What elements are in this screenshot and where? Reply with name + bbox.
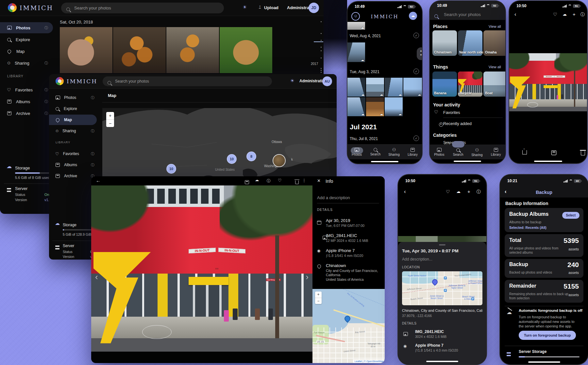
location-map[interactable]: Hyde Street Harbor The Embarcadero Jeffe… xyxy=(402,271,482,305)
share-icon[interactable] xyxy=(522,150,527,154)
prev-photo-chevron[interactable]: ‹ xyxy=(95,272,98,282)
search-input[interactable]: Search your photos xyxy=(444,12,481,17)
info-icon[interactable]: ⓘ xyxy=(44,99,48,104)
select-day-checkbox[interactable]: ✓ xyxy=(413,33,419,38)
sidebar-item-explore[interactable]: Explore xyxy=(0,34,53,45)
photo-thumbnail[interactable]: ☁ xyxy=(385,78,403,97)
theme-toggle-icon[interactable]: ☀ xyxy=(243,4,247,10)
turn-on-backup-button[interactable]: Turn on foreground backup xyxy=(519,331,576,340)
nav-sharing[interactable]: ⚇ Sharing xyxy=(468,148,486,157)
sidebar-item-albums[interactable]: Albums ⓘ xyxy=(49,160,98,170)
zoom-in-button[interactable]: + xyxy=(106,112,114,120)
nav-search[interactable]: Search xyxy=(449,148,467,156)
map-photo-marker[interactable] xyxy=(273,154,286,167)
info-icon[interactable]: ⓘ xyxy=(44,61,48,66)
select-day-checkbox[interactable]: ✓ xyxy=(413,135,419,141)
search-input[interactable]: Search your photos xyxy=(61,3,224,13)
sidebar-item-photos[interactable]: Photos ⓘ xyxy=(0,22,53,33)
select-button[interactable]: Select xyxy=(562,212,580,219)
place-card-omaha[interactable]: Omaha xyxy=(483,30,505,56)
favorites-row[interactable]: Favorites xyxy=(443,110,460,115)
description-input[interactable]: Add description... xyxy=(402,257,432,262)
sidebar-item-archive[interactable]: Archive ⓘ xyxy=(0,108,53,119)
cloud-backed-up-icon[interactable]: ☁ xyxy=(255,178,259,182)
thing-card-bicycle[interactable]: Bicycle xyxy=(458,71,482,97)
info-icon[interactable]: ⓘ xyxy=(44,25,48,30)
recently-added-row[interactable]: Recently added xyxy=(443,121,472,126)
favorite-icon[interactable]: ♡ xyxy=(278,178,282,183)
photo-thumbnail-partial[interactable]: ☁̸ xyxy=(347,22,365,30)
favorite-icon[interactable]: ♡ xyxy=(446,189,450,194)
info-icon[interactable]: ⓘ xyxy=(477,189,481,195)
search-input[interactable]: Search your photos xyxy=(103,76,272,86)
things-view-all-link[interactable]: View all xyxy=(489,65,501,69)
next-photo-chevron[interactable]: › xyxy=(306,272,309,282)
nav-library[interactable]: Library xyxy=(404,148,422,156)
thing-card-banana[interactable]: Banana xyxy=(432,71,457,97)
back-icon[interactable]: ‹ xyxy=(404,188,406,195)
info-icon[interactable]: ⓘ xyxy=(44,87,48,92)
thing-card-boat[interactable]: Boat xyxy=(483,71,505,97)
timeline-scrubber-handle[interactable]: ▲▼ xyxy=(417,47,422,60)
info-icon[interactable]: ⓘ xyxy=(267,178,271,184)
add-icon[interactable]: + xyxy=(573,11,576,17)
sidebar-item-albums[interactable]: Albums ⓘ xyxy=(0,96,53,107)
trash-icon[interactable] xyxy=(581,151,585,155)
zoom-out-button[interactable]: − xyxy=(106,120,114,127)
sidebar-item-favorites[interactable]: ♡ Favorites ⓘ xyxy=(49,149,98,159)
place-card-chinatown[interactable]: Chinatown xyxy=(432,30,457,56)
location-map[interactable]: Pier 33 Alcatraz Landing Fort Mason US 1… xyxy=(312,289,385,363)
cloud-upload-icon[interactable]: ☁ xyxy=(456,189,461,194)
info-icon[interactable]: ⓘ xyxy=(580,12,585,18)
scrubber-position-line[interactable] xyxy=(314,41,323,42)
zoom-out-button[interactable]: − xyxy=(315,298,322,304)
favorite-icon[interactable]: ♡ xyxy=(553,12,557,17)
photo-thumbnail[interactable]: ☁ xyxy=(385,97,403,116)
select-day-checkbox[interactable]: ✓ xyxy=(413,69,419,74)
nav-photos[interactable]: Photos xyxy=(430,148,448,156)
detail-location[interactable]: Chinatown xyxy=(326,263,346,268)
sidebar-item-photos[interactable]: Photos ⓘ xyxy=(49,92,98,103)
nav-sharing[interactable]: ⚇ Sharing xyxy=(385,148,403,156)
cloud-upload-icon[interactable]: ☁ xyxy=(563,12,567,17)
sheet-drag-handle[interactable] xyxy=(439,244,445,246)
sidebar-item-favorites[interactable]: ♡ Favorites ⓘ xyxy=(0,84,53,95)
photo-viewer-image[interactable]: IN-N-OUT IN-N-OUT 333 Now Hiring $18.75 … xyxy=(91,185,312,352)
info-icon[interactable]: ⓘ xyxy=(91,129,94,134)
photo-thumbnail[interactable]: ☁ xyxy=(347,78,365,97)
photo-viewer-image[interactable]: IN-N-OUT IN-N-OUT xyxy=(509,53,587,111)
trash-icon[interactable] xyxy=(295,181,299,184)
map-cluster-marker[interactable]: 8 xyxy=(246,151,256,161)
sidebar-item-explore[interactable]: Explore xyxy=(49,103,98,114)
photo-thumbnail[interactable]: ☁ xyxy=(347,42,365,62)
sidebar-item-map[interactable]: Map xyxy=(0,46,53,57)
back-icon[interactable]: ← xyxy=(96,178,101,183)
theme-toggle-icon[interactable]: ☀ xyxy=(290,78,294,83)
places-view-all-link[interactable]: View all xyxy=(489,24,501,28)
sidebar-item-sharing[interactable]: ⚇ Sharing ⓘ xyxy=(49,126,98,136)
info-icon[interactable]: ⓘ xyxy=(91,151,94,156)
back-icon[interactable]: ‹ xyxy=(514,11,516,17)
archive-icon[interactable] xyxy=(551,151,557,155)
upload-avatar-icon[interactable]: ☁ xyxy=(409,12,417,20)
archive-icon[interactable] xyxy=(245,180,249,184)
zoom-in-button[interactable]: + xyxy=(315,292,322,298)
avatar[interactable]: AU xyxy=(322,76,332,86)
sidebar-item-map[interactable]: Map xyxy=(49,115,97,125)
more-options-icon[interactable]: ⋮ xyxy=(302,178,306,183)
photo-thumbnail[interactable]: ☁ xyxy=(366,78,384,97)
photo-thumbnail[interactable]: ☁ xyxy=(403,78,422,97)
avatar[interactable]: JD xyxy=(309,3,319,13)
sidebar-item-archive[interactable]: Archive ⓘ xyxy=(49,171,98,181)
info-icon[interactable]: ⓘ xyxy=(44,111,48,116)
upload-button[interactable]: Upload xyxy=(264,5,278,10)
immich-logo-icon[interactable] xyxy=(8,3,17,12)
info-icon[interactable]: ⓘ xyxy=(91,163,94,167)
immich-logo-icon[interactable] xyxy=(56,77,64,85)
photo-thumbnail[interactable]: ☁ xyxy=(366,97,384,116)
nav-photos[interactable]: Photos xyxy=(348,148,366,156)
nav-library[interactable]: Library xyxy=(487,148,505,156)
map-attribution[interactable]: Leaflet | © OpenStreetMap xyxy=(354,359,385,363)
photo-thumbnail[interactable]: ☁ xyxy=(347,97,365,116)
sidebar-item-sharing[interactable]: ⚇ Sharing ⓘ xyxy=(0,57,53,69)
